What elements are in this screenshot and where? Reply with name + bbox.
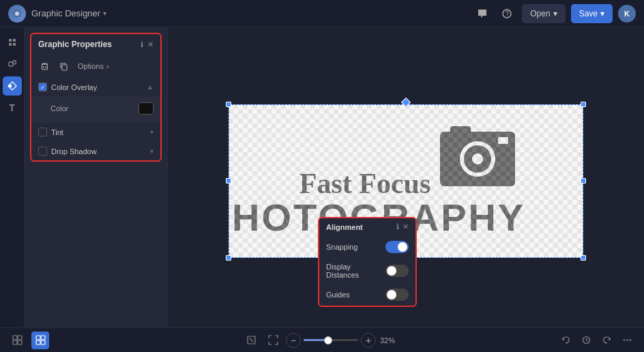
drop-shadow-header[interactable]: Drop Shadow ▾ (31, 142, 160, 160)
display-distances-toggle[interactable] (385, 265, 409, 277)
info-icon[interactable]: ℹ (141, 40, 143, 49)
save-chevron-icon: ▾ (600, 9, 604, 18)
sidebar-icon-graphics[interactable] (3, 76, 22, 96)
svg-rect-7 (13, 43, 16, 46)
drop-shadow-accordion: Drop Shadow ▾ (31, 142, 160, 160)
zoom-percentage: 32% (380, 336, 402, 344)
color-row: Color (50, 100, 153, 117)
options-label: Options (78, 62, 104, 70)
alignment-panel: Alignment ℹ ✕ Snapping Display Distances (318, 217, 417, 307)
copy-icon[interactable] (56, 59, 71, 74)
drop-shadow-label: Drop Shadow (51, 147, 146, 156)
selection-handle-bl[interactable] (226, 255, 231, 261)
svg-rect-5 (13, 39, 16, 42)
color-swatch[interactable] (138, 102, 153, 115)
color-label: Color (50, 104, 68, 113)
avatar[interactable]: K (618, 5, 636, 23)
zoom-slider-thumb[interactable] (324, 336, 332, 344)
zoom-in-button[interactable]: + (361, 333, 376, 348)
drop-shadow-checkbox[interactable] (38, 147, 47, 156)
redo-icon[interactable] (598, 332, 615, 349)
bottom-icon-grid1[interactable] (8, 332, 26, 349)
sidebar-icon-shapes[interactable] (3, 55, 22, 74)
alignment-info-icon[interactable]: ℹ (396, 222, 399, 231)
canvas-area[interactable]: Fast Focus PHOTOGRAPHY Alignment ℹ ✕ (168, 27, 644, 327)
fit-icon[interactable] (242, 332, 260, 349)
guides-toggle-knob (387, 290, 396, 299)
bottom-center: − + 32% (242, 332, 402, 349)
align-panel-icons: ℹ ✕ (396, 222, 409, 231)
svg-line-33 (250, 338, 253, 342)
svg-rect-6 (9, 43, 12, 46)
chat-icon-button[interactable] (473, 4, 492, 23)
svg-rect-15 (62, 65, 67, 70)
app-title[interactable]: Graphic Designer ▾ (31, 8, 106, 18)
svg-point-35 (623, 339, 624, 340)
bottom-right (557, 332, 636, 349)
tint-checkbox[interactable] (38, 128, 47, 136)
snapping-row: Snapping (319, 236, 415, 258)
more-icon[interactable] (618, 332, 636, 349)
undo-icon[interactable] (557, 332, 574, 349)
app-title-chevron-icon: ▾ (103, 10, 106, 17)
svg-text:?: ? (506, 10, 510, 18)
svg-rect-27 (18, 340, 22, 344)
save-button[interactable]: Save ▾ (571, 4, 613, 23)
display-distances-label: Display Distances (326, 263, 385, 279)
bottom-icon-grid2[interactable] (31, 332, 49, 349)
graphic-properties-panel: Graphic Properties ℹ ✕ (30, 33, 162, 162)
zoom-slider[interactable] (304, 339, 358, 341)
snapping-label: Snapping (326, 243, 358, 251)
color-overlay-checkbox[interactable]: ✓ (38, 83, 47, 91)
panel-header: Graphic Properties ℹ ✕ (31, 34, 160, 55)
guides-toggle[interactable] (385, 289, 409, 301)
svg-rect-29 (41, 336, 45, 340)
close-icon[interactable]: ✕ (147, 40, 153, 49)
tint-chevron-icon: ▾ (150, 128, 153, 136)
help-icon-button[interactable]: ? (497, 4, 516, 23)
snapping-toggle-knob (398, 242, 407, 252)
selection-handle-mr[interactable] (581, 178, 586, 184)
zoom-out-button[interactable]: − (286, 333, 301, 348)
save-label: Save (579, 9, 598, 18)
expand-icon[interactable] (264, 332, 282, 349)
color-overlay-label: Color Overlay (51, 83, 143, 91)
svg-rect-30 (36, 340, 40, 344)
selection-handle-tr[interactable] (581, 102, 586, 107)
delete-icon[interactable] (37, 59, 52, 74)
history-icon[interactable] (577, 332, 595, 349)
tint-accordion: Tint ▾ (31, 123, 160, 142)
options-chevron-icon: › (106, 62, 109, 70)
svg-rect-31 (41, 340, 45, 344)
alignment-panel-header: Alignment ℹ ✕ (319, 218, 415, 236)
panel-header-icons: ℹ ✕ (141, 40, 153, 49)
app-logo (8, 5, 26, 23)
topbar: Graphic Designer ▾ ? Open ▾ Save ▾ K (0, 0, 644, 27)
alignment-close-icon[interactable]: ✕ (402, 222, 409, 231)
svg-point-37 (629, 339, 630, 340)
drop-shadow-chevron-icon: ▾ (150, 147, 153, 155)
open-label: Open (530, 9, 550, 18)
topbar-left: Graphic Designer ▾ (8, 5, 106, 23)
sidebar-icon-users[interactable] (3, 33, 22, 52)
avatar-label: K (624, 10, 630, 18)
color-overlay-header[interactable]: ✓ Color Overlay ▲ (31, 78, 160, 96)
svg-point-36 (626, 339, 628, 340)
selection-handle-tl[interactable] (226, 102, 231, 107)
sidebar-icon-text[interactable]: T (3, 98, 22, 117)
svg-rect-26 (13, 340, 17, 344)
panel-area: Graphic Properties ℹ ✕ (25, 27, 168, 327)
selection-handle-ml[interactable] (226, 178, 231, 184)
snapping-toggle[interactable] (385, 241, 409, 253)
panel-title: Graphic Properties (38, 40, 112, 49)
open-button[interactable]: Open ▾ (522, 4, 565, 23)
color-overlay-content: Color (31, 96, 160, 122)
alignment-panel-title: Alignment (326, 223, 363, 231)
svg-point-1 (15, 12, 19, 16)
tint-header[interactable]: Tint ▾ (31, 123, 160, 141)
selection-handle-br[interactable] (581, 255, 586, 261)
left-sidebar: T (0, 27, 25, 327)
guides-row: Guides (319, 284, 415, 306)
color-overlay-accordion: ✓ Color Overlay ▲ Color (31, 78, 160, 123)
options-button[interactable]: Options › (75, 61, 112, 72)
